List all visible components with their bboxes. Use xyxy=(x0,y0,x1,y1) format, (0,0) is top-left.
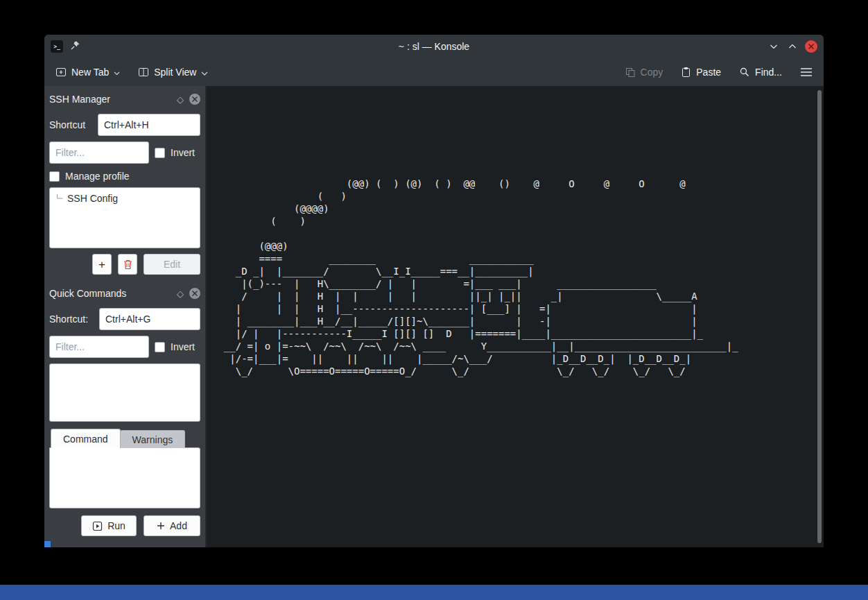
new-tab-icon xyxy=(55,67,67,78)
window-title: ~ : sl — Konsole xyxy=(44,41,824,52)
quick-commands-title: Quick Commands xyxy=(49,288,177,299)
qc-invert-checkbox[interactable] xyxy=(155,342,165,352)
trash-icon xyxy=(123,259,133,270)
manage-profile-label: Manage profile xyxy=(65,171,130,182)
copy-button[interactable]: Copy xyxy=(625,67,663,78)
ssh-shortcut-label: Shortcut xyxy=(49,119,92,130)
ssh-add-button[interactable]: + xyxy=(92,254,112,275)
paste-icon xyxy=(681,67,691,78)
maximize-button[interactable] xyxy=(786,40,799,53)
ssh-edit-button[interactable]: Edit xyxy=(144,254,200,275)
main-toolbar: New Tab Split View xyxy=(44,58,824,86)
close-x-icon xyxy=(808,43,815,50)
qc-run-button-label: Run xyxy=(107,520,125,531)
copy-icon xyxy=(625,67,636,78)
desktop-background: >_ ~ : sl — Konsole xyxy=(0,0,868,600)
ssh-config-list[interactable]: SSH Config xyxy=(49,187,200,248)
paste-button[interactable]: Paste xyxy=(681,67,721,78)
search-icon xyxy=(739,67,750,78)
new-tab-label: New Tab xyxy=(71,67,109,78)
konsole-app-icon-glyph: >_ xyxy=(53,44,60,50)
sidebar: SSH Manager ◇ Shortcut Invert xyxy=(44,86,207,547)
close-button[interactable] xyxy=(805,40,817,53)
ssh-shortcut-input[interactable] xyxy=(98,114,200,136)
qc-add-button-label: Add xyxy=(170,520,187,531)
minimize-button[interactable] xyxy=(767,40,780,53)
qc-filter-input[interactable] xyxy=(49,336,149,358)
run-icon xyxy=(92,521,103,531)
hamburger-menu-button[interactable] xyxy=(800,67,813,77)
ssh-manager-close-icon[interactable] xyxy=(189,94,200,105)
ssh-manager-panel-header[interactable]: SSH Manager ◇ xyxy=(49,90,200,108)
quick-commands-panel-header[interactable]: Quick Commands ◇ xyxy=(49,284,200,302)
titlebar[interactable]: >_ ~ : sl — Konsole xyxy=(44,35,824,58)
qc-run-button[interactable]: Run xyxy=(81,515,137,536)
qc-tab-bar: Command Warnings xyxy=(49,429,200,448)
terminal-scrollbar[interactable] xyxy=(817,90,822,543)
split-view-label: Split View xyxy=(154,67,196,78)
qc-invert-label: Invert xyxy=(171,341,195,352)
paste-label: Paste xyxy=(696,67,721,78)
konsole-app-icon: >_ xyxy=(51,40,63,53)
ssh-manager-float-icon[interactable]: ◇ xyxy=(177,95,184,104)
quick-commands-float-icon[interactable]: ◇ xyxy=(177,289,184,298)
terminal-output[interactable]: (@@) ( ) (@) ( ) @@ () @ O @ O @ ( ) (@@… xyxy=(207,86,824,377)
tab-command[interactable]: Command xyxy=(51,429,121,448)
split-view-button[interactable]: Split View xyxy=(138,67,208,78)
copy-label: Copy xyxy=(641,67,663,78)
qc-command-editor[interactable] xyxy=(49,447,200,508)
plus-icon xyxy=(157,522,165,530)
find-button[interactable]: Find... xyxy=(739,67,782,78)
hamburger-icon xyxy=(800,67,813,77)
new-tab-dropdown-icon[interactable] xyxy=(114,71,120,76)
ssh-invert-label: Invert xyxy=(171,147,195,158)
new-tab-button[interactable]: New Tab xyxy=(55,67,120,78)
find-label: Find... xyxy=(755,67,782,78)
split-view-dropdown-icon[interactable] xyxy=(201,71,208,76)
ssh-invert-checkbox[interactable] xyxy=(155,148,165,158)
tab-warnings[interactable]: Warnings xyxy=(120,430,186,448)
ssh-add-button-label: + xyxy=(98,259,105,271)
ssh-filter-input[interactable] xyxy=(49,142,149,164)
ssh-config-tree-item-label: SSH Config xyxy=(67,193,118,204)
pin-icon[interactable] xyxy=(70,40,80,53)
qc-command-list[interactable] xyxy=(49,363,200,422)
qc-add-button[interactable]: Add xyxy=(144,515,200,536)
tree-branch-icon xyxy=(55,194,64,203)
qc-shortcut-input[interactable] xyxy=(99,308,200,330)
corner-accent xyxy=(44,541,51,547)
ssh-config-tree-item[interactable]: SSH Config xyxy=(50,188,200,204)
quick-commands-close-icon[interactable] xyxy=(189,288,200,299)
ssh-edit-button-label: Edit xyxy=(164,259,180,270)
bottom-strip xyxy=(0,585,868,600)
terminal-area[interactable]: (@@) ( ) (@) ( ) @@ () @ O @ O @ ( ) (@@… xyxy=(207,86,824,547)
qc-shortcut-label: Shortcut: xyxy=(49,314,94,325)
ssh-delete-button[interactable] xyxy=(118,254,137,275)
manage-profile-checkbox[interactable] xyxy=(49,171,60,182)
split-view-icon xyxy=(138,67,149,78)
ssh-manager-title: SSH Manager xyxy=(49,94,177,105)
konsole-window: >_ ~ : sl — Konsole xyxy=(44,35,824,547)
